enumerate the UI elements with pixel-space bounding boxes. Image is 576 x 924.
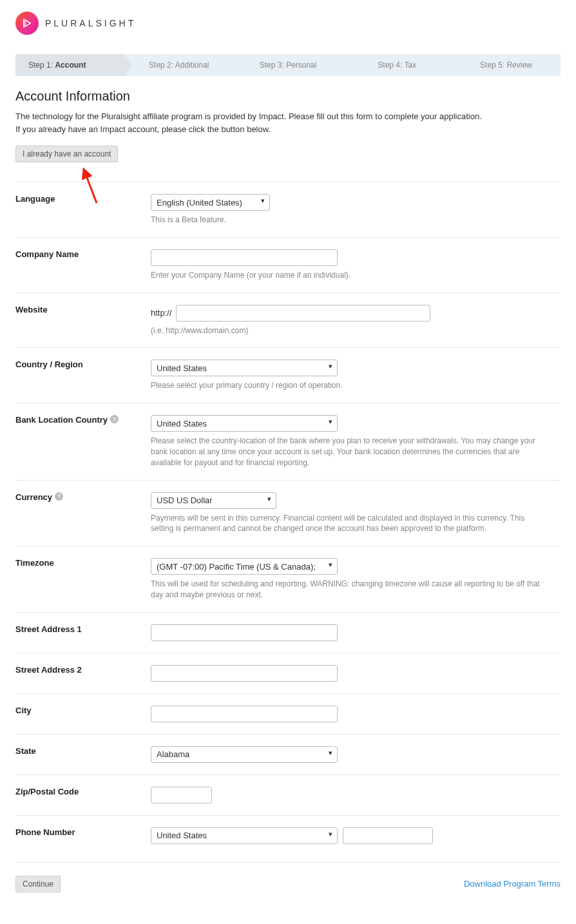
timezone-hint: This will be used for scheduling and rep… — [151, 579, 550, 601]
zip-label: Zip/Postal Code — [15, 787, 151, 804]
state-label: State — [15, 746, 151, 763]
state-select[interactable] — [151, 746, 338, 763]
step-personal[interactable]: Step 3: Personal — [233, 54, 342, 76]
language-label: Language — [15, 194, 151, 226]
timezone-select[interactable] — [151, 558, 338, 575]
bank-label: Bank Location Country? — [15, 415, 151, 468]
city-input[interactable] — [151, 706, 338, 722]
street2-label: Street Address 2 — [15, 665, 151, 682]
stepper: Step 1: Account Step 2: Additional Step … — [15, 54, 561, 76]
website-input[interactable] — [176, 305, 430, 322]
step-account[interactable]: Step 1: Account — [15, 54, 124, 76]
company-label: Company Name — [15, 249, 151, 281]
intro-text: The technology for the Pluralsight affil… — [15, 110, 561, 135]
phone-country-select[interactable] — [151, 827, 338, 844]
header: PLURALSIGHT — [15, 12, 561, 35]
page-title: Account Information — [15, 89, 561, 104]
continue-button[interactable]: Continue — [15, 876, 61, 892]
company-input[interactable] — [151, 249, 338, 266]
street1-label: Street Address 1 — [15, 624, 151, 641]
phone-input[interactable] — [343, 827, 433, 844]
website-prefix: http:// — [151, 308, 172, 318]
country-select[interactable] — [151, 360, 338, 376]
country-hint: Please select your primary country / reg… — [151, 380, 561, 391]
help-icon[interactable]: ? — [55, 492, 63, 501]
brand-text: PLURALSIGHT — [45, 18, 136, 28]
currency-label: Currency? — [15, 492, 151, 535]
website-label: Website — [15, 305, 151, 336]
street1-input[interactable] — [151, 624, 338, 641]
website-hint: (i.e. http://www.domain.com) — [151, 325, 561, 336]
currency-select[interactable] — [151, 492, 276, 509]
timezone-label: Timezone — [15, 558, 151, 601]
help-icon[interactable]: ? — [110, 415, 119, 423]
street2-input[interactable] — [151, 665, 338, 682]
step-review[interactable]: Step 5: Review — [452, 54, 561, 76]
bank-country-select[interactable] — [151, 415, 338, 432]
existing-account-button[interactable]: I already have an account — [15, 146, 118, 162]
currency-hint: Payments will be sent in this currency. … — [151, 513, 537, 535]
logo-icon — [15, 12, 39, 35]
city-label: City — [15, 706, 151, 722]
country-label: Country / Region — [15, 360, 151, 391]
download-terms-link[interactable]: Download Program Terms — [464, 879, 561, 889]
language-select[interactable] — [151, 194, 270, 211]
language-hint: This is a Beta feature. — [151, 215, 561, 226]
bank-hint: Please select the country-location of th… — [151, 436, 537, 468]
zip-input[interactable] — [151, 787, 212, 804]
company-hint: Enter your Company Name (or your name if… — [151, 270, 561, 281]
step-tax[interactable]: Step 4: Tax — [343, 54, 452, 76]
phone-label: Phone Number — [15, 827, 151, 844]
step-additional[interactable]: Step 2: Additional — [124, 54, 233, 76]
